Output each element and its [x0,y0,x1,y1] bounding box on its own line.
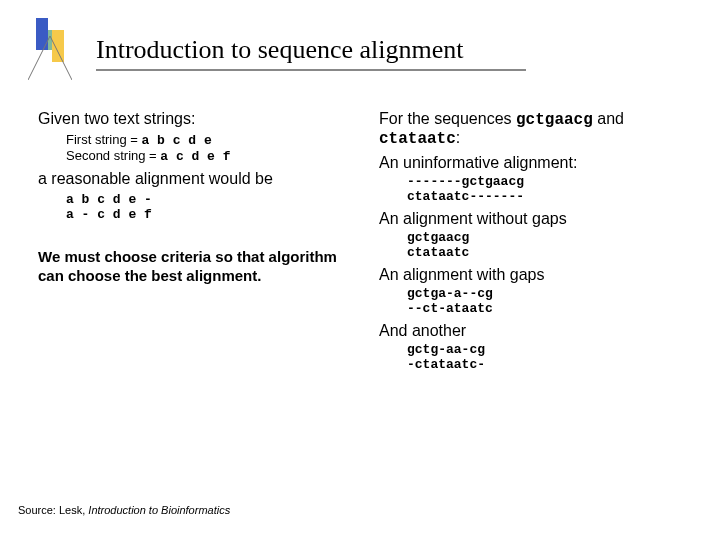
svg-rect-2 [48,30,52,50]
first-string-value: a b c d e [142,133,212,148]
nogaps-line-1: gctgaacg [407,230,690,245]
withgaps-line-2: --ct-ataatc [407,301,690,316]
for-sequences-line: For the sequences gctgaacg and ctataatc: [379,110,690,148]
criteria-statement: We must choose criteria so that algorith… [38,248,349,286]
svg-rect-0 [36,18,48,50]
seq2: ctataatc [379,130,456,148]
reasonable-align-2: a - c d e f [66,207,349,222]
content-area: Given two text strings: First string = a… [38,110,690,378]
reasonable-align-1: a b c d e - [66,192,349,207]
title-area: Introduction to sequence alignment [96,35,680,71]
left-column: Given two text strings: First string = a… [38,110,349,378]
nogaps-line-2: ctataatc [407,245,690,260]
page-title: Introduction to sequence alignment [96,35,680,67]
second-string-label: Second string = [66,148,160,163]
nogaps-label: An alignment without gaps [379,210,690,228]
seq1: gctgaacg [516,111,593,129]
first-string-label: First string = [66,132,142,147]
source-title: Introduction to Bioinformatics [88,504,230,516]
for-sequences-mid: and [593,110,624,127]
another-line-2: -ctataatc- [407,357,690,372]
another-line-1: gctg-aa-cg [407,342,690,357]
source-pre: Source: Lesk, [18,504,88,516]
another-label: And another [379,322,690,340]
reasonable-label: a reasonable alignment would be [38,170,349,188]
right-column: For the sequences gctgaacg and ctataatc:… [379,110,690,378]
first-string-line: First string = a b c d e [66,132,349,148]
uninf-line-2: ctataatc------- [407,189,690,204]
slide-logo [28,18,72,80]
for-sequences-pre: For the sequences [379,110,516,127]
withgaps-label: An alignment with gaps [379,266,690,284]
title-underline [96,69,526,71]
source-citation: Source: Lesk, Introduction to Bioinforma… [18,504,230,516]
for-sequences-post: : [456,129,460,146]
given-label: Given two text strings: [38,110,349,128]
second-string-line: Second string = a c d e f [66,148,349,164]
second-string-value: a c d e f [160,149,230,164]
uninf-line-1: -------gctgaacg [407,174,690,189]
withgaps-line-1: gctga-a--cg [407,286,690,301]
uninformative-label: An uninformative alignment: [379,154,690,172]
svg-rect-1 [52,30,64,62]
